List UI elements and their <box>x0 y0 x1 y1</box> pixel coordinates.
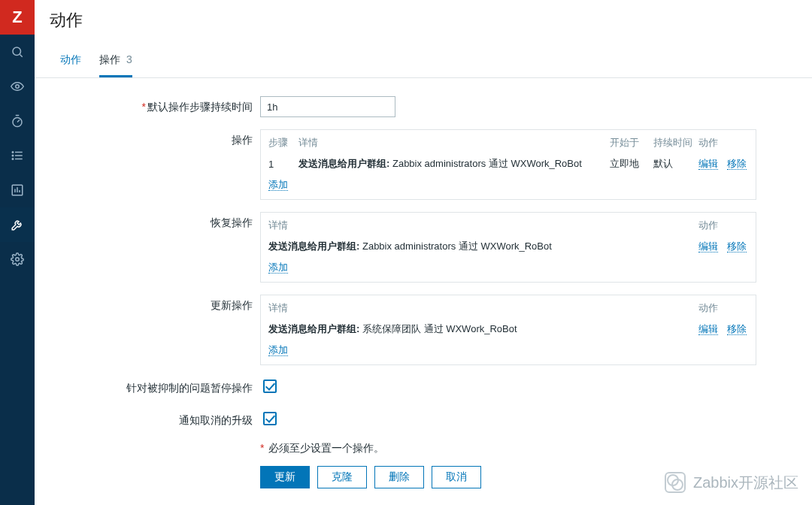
delete-button[interactable]: 删除 <box>374 466 424 488</box>
add-recovery-link[interactable]: 添加 <box>268 262 288 274</box>
clone-button[interactable]: 克隆 <box>317 466 367 488</box>
svg-point-9 <box>12 152 14 153</box>
wrench-icon[interactable] <box>0 207 35 242</box>
remove-link[interactable]: 移除 <box>727 240 747 252</box>
remove-link[interactable]: 移除 <box>727 158 747 170</box>
tab-count: 3 <box>126 53 132 65</box>
form: *默认操作步骤持续时间 操作 步骤 详情 开始于 持续时间 动作 <box>35 78 812 505</box>
tabs: 动作 操作 3 <box>35 45 812 78</box>
hint-text: * 必须至少设置一个操作。 <box>260 442 786 455</box>
edit-link[interactable]: 编辑 <box>698 323 718 335</box>
edit-link[interactable]: 编辑 <box>698 240 718 252</box>
col-actions: 动作 <box>698 301 748 315</box>
cell-detail: 发送消息给用户群组: Zabbix administrators 通过 WXWo… <box>268 240 698 253</box>
col-step: 步骤 <box>268 136 298 150</box>
update-box: 详情 动作 发送消息给用户群组: 系统保障团队 通过 WXWork_RoBot … <box>260 295 756 365</box>
add-operation-link[interactable]: 添加 <box>268 179 288 191</box>
main-content: 动作 动作 操作 3 *默认操作步骤持续时间 操作 <box>35 0 812 505</box>
eye-icon[interactable] <box>0 69 35 104</box>
svg-point-10 <box>12 155 14 156</box>
remove-link[interactable]: 移除 <box>727 323 747 335</box>
cell-start: 立即地 <box>610 157 653 171</box>
stopwatch-icon[interactable] <box>0 104 35 138</box>
tab-operations[interactable]: 操作 3 <box>99 45 132 77</box>
svg-point-2 <box>16 85 20 89</box>
chart-icon[interactable] <box>0 173 35 207</box>
watermark-text: Zabbix开源社区 <box>693 473 798 493</box>
brand-logo[interactable]: Z <box>0 0 35 35</box>
tab-action[interactable]: 动作 <box>60 45 81 77</box>
label-default-duration: *默认操作步骤持续时间 <box>60 96 260 114</box>
col-start: 开始于 <box>610 136 653 150</box>
watermark: Zabbix开源社区 <box>665 472 798 493</box>
label-recovery: 恢复操作 <box>60 212 260 230</box>
edit-link[interactable]: 编辑 <box>698 158 718 170</box>
tab-label: 操作 <box>99 53 120 65</box>
recovery-row: 发送消息给用户群组: Zabbix administrators 通过 WXWo… <box>268 237 748 256</box>
cell-detail: 发送消息给用户群组: Zabbix administrators 通过 WXWo… <box>298 157 610 171</box>
wechat-icon <box>665 472 686 493</box>
recovery-box: 详情 动作 发送消息给用户群组: Zabbix administrators 通… <box>260 212 756 283</box>
col-detail: 详情 <box>268 301 698 315</box>
label-operations: 操作 <box>60 129 260 147</box>
gear-icon[interactable] <box>0 242 35 277</box>
checkbox-pause[interactable] <box>263 380 277 393</box>
col-actions: 动作 <box>698 219 748 232</box>
page-title: 动作 <box>35 0 812 38</box>
add-update-link[interactable]: 添加 <box>268 344 288 356</box>
operation-row: 1 发送消息给用户群组: Zabbix administrators 通过 WX… <box>268 154 748 174</box>
search-icon[interactable] <box>0 35 35 69</box>
col-actions: 动作 <box>698 136 748 150</box>
svg-line-1 <box>20 54 22 56</box>
input-default-duration[interactable] <box>260 96 395 117</box>
svg-point-11 <box>12 159 14 160</box>
cancel-button[interactable]: 取消 <box>432 466 481 488</box>
list-icon[interactable] <box>0 138 35 173</box>
checkbox-notify-cancel[interactable] <box>263 412 277 425</box>
col-detail: 详情 <box>298 136 610 150</box>
svg-point-16 <box>16 258 20 262</box>
cell-detail: 发送消息给用户群组: 系统保障团队 通过 WXWork_RoBot <box>268 322 698 336</box>
svg-line-4 <box>17 120 20 122</box>
operations-box: 步骤 详情 开始于 持续时间 动作 1 发送消息给用户群组: Zabbix ad… <box>260 129 756 200</box>
col-detail: 详情 <box>268 219 698 232</box>
label-update: 更新操作 <box>60 295 260 313</box>
svg-point-0 <box>13 47 21 56</box>
cell-step: 1 <box>268 159 298 170</box>
label-pause: 针对被抑制的问题暂停操作 <box>60 377 260 395</box>
cell-duration: 默认 <box>653 157 698 171</box>
update-button[interactable]: 更新 <box>260 466 310 488</box>
tab-label: 动作 <box>60 53 81 65</box>
update-row: 发送消息给用户群组: 系统保障团队 通过 WXWork_RoBot 编辑 移除 <box>268 319 748 339</box>
sidebar: Z <box>0 0 35 505</box>
label-notify-cancel: 通知取消的升级 <box>60 410 260 428</box>
col-duration: 持续时间 <box>653 136 698 150</box>
